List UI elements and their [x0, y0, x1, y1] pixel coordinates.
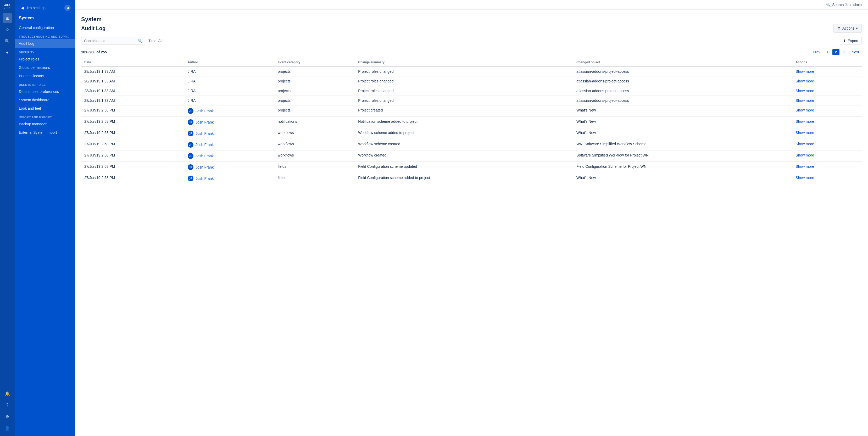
- col-change-summary: Change summary: [355, 58, 573, 66]
- sidebar-item-default-user-preferences[interactable]: Default user preferences: [15, 87, 75, 96]
- sidebar-section-troubleshooting: TROUBLESHOOTING AND SUPP...: [15, 32, 75, 39]
- show-more-link[interactable]: Show more: [796, 153, 814, 157]
- cell-date: 28/Jun/19 1:33 AM: [81, 66, 185, 76]
- show-more-link[interactable]: Show more: [796, 79, 814, 83]
- grid-icon[interactable]: ⊞: [3, 13, 12, 23]
- sidebar-item-external-system-import[interactable]: External System Import: [15, 128, 75, 136]
- cell-author: JIRA: [185, 96, 275, 105]
- author-link[interactable]: Josh Frank: [195, 177, 214, 181]
- cell-date: 27/Jun/19 2:58 PM: [81, 151, 185, 162]
- user-avatar-strip[interactable]: 👤: [3, 424, 12, 433]
- sidebar-item-look-and-feel[interactable]: Look and feel: [15, 104, 75, 113]
- cell-actions: Show more: [792, 139, 862, 151]
- audit-log-table: Date Author Event category Change summar…: [81, 58, 862, 184]
- sidebar-item-project-roles[interactable]: Project roles: [15, 55, 75, 63]
- author-link[interactable]: Josh Frank: [195, 120, 214, 124]
- cell-change-summary: Field Configuration scheme added to proj…: [355, 173, 573, 184]
- show-more-link[interactable]: Show more: [796, 164, 814, 168]
- cell-change-summary: Project roles changed: [355, 86, 573, 96]
- cell-author: JF Josh Frank: [185, 105, 275, 117]
- show-more-link[interactable]: Show more: [796, 176, 814, 180]
- star-icon[interactable]: ☆: [3, 25, 12, 34]
- app-logo-sub: JIRA: [4, 6, 10, 9]
- sidebar-back-button[interactable]: ◀ Jira settings: [19, 4, 48, 11]
- back-icon: ◀: [21, 6, 24, 10]
- col-event-category: Event category: [275, 58, 355, 66]
- table-header: Date Author Event category Change summar…: [81, 58, 862, 66]
- pagination-page-2[interactable]: 2: [832, 49, 840, 55]
- cell-event-category: projects: [275, 86, 355, 96]
- cell-change-summary: Notification scheme added to project: [355, 117, 573, 128]
- table-row: 27/Jun/19 2:58 PM JF Josh Frank workflow…: [81, 139, 862, 151]
- icon-strip: Jira JIRA ⊞ ☆ 🔍 + 🔔 ? ⚙ 👤: [0, 0, 15, 436]
- question-icon[interactable]: ?: [3, 400, 12, 410]
- sidebar-item-general-configuration[interactable]: General configuration: [15, 24, 75, 32]
- author-link[interactable]: Josh Frank: [195, 109, 214, 113]
- cell-changed-object: WN: Software Simplified Workflow Scheme: [573, 139, 792, 151]
- cell-date: 28/Jun/19 1:33 AM: [81, 96, 185, 105]
- cell-actions: Show more: [792, 76, 862, 86]
- col-date: Date: [81, 58, 185, 66]
- show-more-link[interactable]: Show more: [796, 89, 814, 93]
- cell-author: JF Josh Frank: [185, 117, 275, 128]
- content-area: System Audit Log ⚙ Actions ▾ 🔍 Time: All…: [75, 10, 868, 436]
- pagination-next[interactable]: Next: [849, 49, 862, 55]
- show-more-link[interactable]: Show more: [796, 131, 814, 135]
- pagination-page-3[interactable]: 3: [840, 49, 848, 55]
- show-more-link[interactable]: Show more: [796, 119, 814, 124]
- search-admin-icon: 🔍: [826, 3, 831, 7]
- cell-author: JIRA: [185, 76, 275, 86]
- pagination-prev[interactable]: Prev: [810, 49, 823, 55]
- author-system-label: JIRA: [188, 79, 195, 83]
- actions-label: Actions: [842, 26, 855, 30]
- sidebar-section-user-interface: USER INTERFACE: [15, 80, 75, 87]
- table-row: 28/Jun/19 1:33 AMJIRAprojectsProject rol…: [81, 96, 862, 105]
- settings-strip-icon[interactable]: ⚙: [3, 412, 12, 422]
- author-link[interactable]: Josh Frank: [195, 154, 214, 158]
- cell-date: 27/Jun/19 2:58 PM: [81, 128, 185, 139]
- cell-author: JIRA: [185, 86, 275, 96]
- cell-event-category: projects: [275, 96, 355, 105]
- search-admin-button[interactable]: 🔍 Search Jira admin: [826, 3, 862, 7]
- cell-actions: Show more: [792, 128, 862, 139]
- table-row: 27/Jun/19 2:58 PM JF Josh Frank notifica…: [81, 117, 862, 128]
- table-row: 28/Jun/19 1:33 AMJIRAprojectsProject rol…: [81, 86, 862, 96]
- show-more-link[interactable]: Show more: [796, 98, 814, 102]
- sidebar-item-system-dashboard[interactable]: System dashboard: [15, 96, 75, 104]
- sidebar-item-issue-collectors[interactable]: Issue collectors: [15, 72, 75, 80]
- pagination-page-1[interactable]: 1: [824, 49, 831, 55]
- export-button[interactable]: ⬆ Export: [840, 37, 862, 45]
- cell-date: 27/Jun/19 2:58 PM: [81, 117, 185, 128]
- logo-area: Jira JIRA: [4, 3, 10, 9]
- sidebar-header: ◀ Jira settings ◀: [15, 0, 75, 13]
- author-link[interactable]: Josh Frank: [195, 143, 214, 147]
- cell-date: 28/Jun/19 1:33 AM: [81, 76, 185, 86]
- actions-button[interactable]: ⚙ Actions ▾: [833, 24, 862, 33]
- sidebar-item-global-permissions[interactable]: Global permissions: [15, 63, 75, 72]
- show-more-link[interactable]: Show more: [796, 108, 814, 112]
- show-more-link[interactable]: Show more: [796, 69, 814, 73]
- chevron-down-icon: ▾: [856, 26, 858, 30]
- search-input[interactable]: [84, 39, 136, 43]
- show-more-link[interactable]: Show more: [796, 142, 814, 146]
- cell-event-category: notifications: [275, 117, 355, 128]
- sidebar-item-backup-manager[interactable]: Backup manager: [15, 120, 75, 128]
- cell-actions: Show more: [792, 151, 862, 162]
- cell-actions: Show more: [792, 96, 862, 105]
- cell-event-category: workflows: [275, 139, 355, 151]
- search-box[interactable]: 🔍: [81, 37, 145, 45]
- search-strip-icon[interactable]: 🔍: [3, 36, 12, 46]
- search-admin-label: Search Jira admin: [832, 3, 862, 7]
- cell-event-category: fields: [275, 173, 355, 184]
- author-link[interactable]: Josh Frank: [195, 165, 214, 169]
- time-filter-label[interactable]: Time: All: [148, 39, 162, 43]
- author-link[interactable]: Josh Frank: [195, 131, 214, 135]
- bell-icon[interactable]: 🔔: [3, 389, 12, 398]
- sidebar-item-audit-log[interactable]: Audit Log: [15, 39, 75, 48]
- filter-bar: 🔍 Time: All ⬆ Export: [81, 37, 862, 45]
- plus-icon[interactable]: +: [3, 48, 12, 57]
- sidebar-back-label: Jira settings: [26, 6, 45, 10]
- sidebar-collapse-button[interactable]: ◀: [64, 5, 71, 11]
- cell-change-summary: Project roles changed: [355, 76, 573, 86]
- author-avatar: JF: [188, 119, 193, 125]
